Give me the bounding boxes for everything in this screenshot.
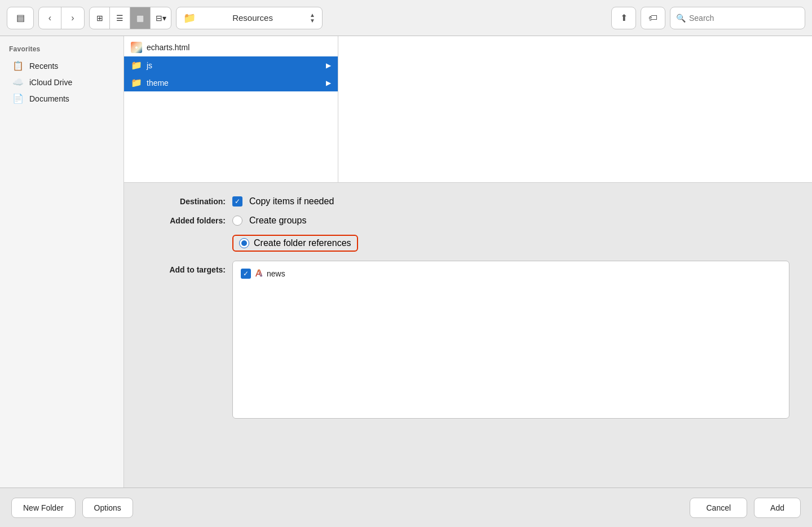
file-column: ● echarts.html 📁 js ▶ 📁 theme — [124, 36, 338, 182]
column-view-button[interactable]: ▦ — [130, 7, 151, 29]
icon-view-button[interactable]: ⊞ — [90, 7, 110, 29]
file-browser: ● echarts.html 📁 js ▶ 📁 theme — [124, 36, 812, 488]
main-area: Favorites 📋 Recents ☁️ iCloud Drive 📄 Do… — [0, 36, 812, 488]
share-icon: ⬆ — [620, 12, 628, 23]
sidebar-item-documents-label: Documents — [29, 94, 69, 103]
destination-row: Destination: ✓ Copy items if needed — [147, 196, 789, 207]
sidebar-item-icloud[interactable]: ☁️ iCloud Drive — [3, 74, 120, 90]
sidebar-item-icloud-label: iCloud Drive — [29, 78, 72, 87]
target-news-row[interactable]: ✓ 𝔸 news — [237, 266, 784, 281]
folder-path-selector[interactable]: 📁 Resources ▲ ▼ — [176, 7, 323, 29]
bottom-bar: New Folder Options Cancel Add — [0, 488, 812, 527]
destination-label: Destination: — [147, 197, 226, 206]
nav-group: ‹ › — [38, 7, 85, 29]
forward-button[interactable]: › — [61, 7, 84, 29]
target-news-label: news — [267, 269, 285, 278]
file-item-echarts[interactable]: ● echarts.html — [124, 38, 338, 56]
create-folder-refs-radio[interactable] — [239, 238, 249, 248]
file-item-js[interactable]: 📁 js ▶ — [124, 56, 338, 74]
tag-button[interactable]: 🏷 — [641, 7, 665, 29]
search-box[interactable]: 🔍 — [670, 7, 805, 29]
add-to-targets-row: Add to targets: ✓ 𝔸 news — [147, 261, 789, 419]
folder-icon: 📁 — [183, 12, 196, 24]
copy-items-checkbox[interactable]: ✓ — [232, 196, 242, 207]
add-to-targets-label: Add to targets: — [147, 261, 226, 274]
gallery-view-button[interactable]: ⊟▾ — [151, 7, 171, 29]
new-folder-button[interactable]: New Folder — [11, 498, 76, 518]
sidebar-toggle-button[interactable]: ▤ — [7, 7, 34, 29]
sidebar-icon: ▤ — [16, 12, 25, 23]
recents-icon: 📋 — [12, 60, 24, 71]
added-folders-label: Added folders: — [147, 216, 226, 225]
create-folder-refs-highlight[interactable]: Create folder references — [232, 235, 358, 252]
create-folder-refs-radio-inner — [241, 240, 247, 246]
sidebar-item-recents[interactable]: 📋 Recents — [3, 58, 120, 74]
folder-name: Resources — [232, 13, 273, 23]
documents-icon: 📄 — [12, 93, 24, 104]
toolbar: ▤ ‹ › ⊞ ☰ ▦ ⊟▾ 📁 Resources ▲ ▼ ⬆ 🏷 🔍 — [0, 0, 812, 36]
create-folder-refs-row: Create folder references — [147, 235, 789, 252]
sidebar-item-recents-label: Recents — [29, 62, 58, 71]
sidebar: Favorites 📋 Recents ☁️ iCloud Drive 📄 Do… — [0, 36, 124, 488]
js-folder-icon: 📁 — [131, 60, 142, 71]
create-groups-label: Create groups — [249, 216, 306, 226]
tag-icon: 🏷 — [648, 13, 657, 23]
search-icon: 🔍 — [676, 14, 686, 23]
view-mode-group: ⊞ ☰ ▦ ⊟▾ — [89, 7, 171, 29]
file-list-area: ● echarts.html 📁 js ▶ 📁 theme — [124, 36, 812, 183]
file-item-theme[interactable]: 📁 theme ▶ — [124, 74, 338, 91]
copy-items-label: Copy items if needed — [249, 196, 334, 207]
cancel-button[interactable]: Cancel — [690, 498, 747, 518]
js-arrow-icon: ▶ — [326, 62, 331, 69]
back-button[interactable]: ‹ — [39, 7, 61, 29]
form-area: Destination: ✓ Copy items if needed Adde… — [124, 183, 812, 488]
list-view-button[interactable]: ☰ — [110, 7, 130, 29]
create-groups-radio[interactable] — [232, 216, 242, 226]
targets-box: ✓ 𝔸 news — [232, 261, 789, 419]
icloud-icon: ☁️ — [12, 77, 24, 87]
folder-path-arrows: ▲ ▼ — [310, 12, 315, 24]
theme-arrow-icon: ▶ — [326, 79, 331, 87]
file-item-theme-label: theme — [147, 78, 169, 87]
search-input[interactable] — [689, 14, 791, 23]
share-button[interactable]: ⬆ — [611, 7, 636, 29]
echart-file-icon: ● — [131, 42, 142, 53]
target-news-checkbox[interactable]: ✓ — [241, 269, 251, 279]
added-folders-row: Added folders: Create groups — [147, 216, 789, 226]
xcode-app-icon: 𝔸 — [255, 268, 262, 279]
create-folder-refs-label: Create folder references — [254, 238, 351, 248]
theme-folder-icon: 📁 — [131, 77, 142, 88]
favorites-title: Favorites — [0, 45, 123, 58]
file-item-js-label: js — [147, 61, 152, 70]
sidebar-item-documents[interactable]: 📄 Documents — [3, 90, 120, 107]
file-item-echarts-label: echarts.html — [147, 43, 189, 52]
add-button[interactable]: Add — [754, 498, 801, 518]
options-button[interactable]: Options — [82, 498, 133, 518]
